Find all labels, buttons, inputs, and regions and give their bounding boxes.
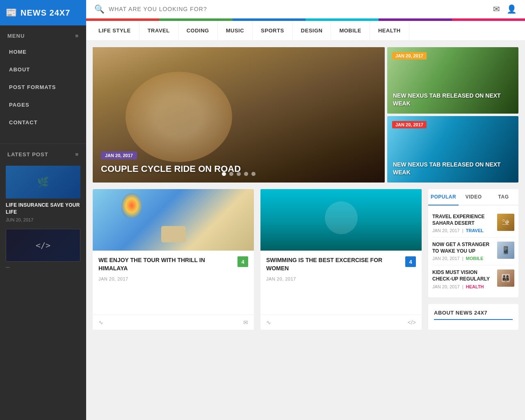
hero-side-title-1: NEW NEXUS TAB RELEASED ON NEXT WEAK — [393, 92, 513, 108]
popular-item-2-text: NOW GET A STRANGER TO WAKE YOU UP JAN 20… — [432, 242, 493, 261]
tab-popular[interactable]: POPULAR — [428, 189, 459, 205]
hero-dot-5[interactable] — [251, 172, 256, 176]
popular-item-2-thumb: 📱 — [497, 242, 514, 259]
popular-item-1-text: TRAVEL EXPERIENCE SAHARA DESERT JAN 20, … — [432, 214, 493, 233]
logo-text: NEWS 24X7 — [21, 8, 70, 18]
sidebar-item-contact[interactable]: CONTACT — [0, 114, 86, 131]
article-2-count: 4 — [405, 256, 416, 267]
hero-side-title-2: NEW NEXUS TAB RELEASED ON NEXT WEAK — [393, 161, 513, 177]
article-2-title-row: SWIMMING IS THE BEST EXCERCISE FOR WOMEN… — [266, 256, 416, 272]
popular-item-2-title: NOW GET A STRANGER TO WAKE YOU UP — [432, 242, 493, 254]
article-1-footer: ∿ ✉ — [93, 315, 254, 330]
latest-post-icon: ≡ — [75, 151, 79, 158]
hero-side-card-2: JAN 20, 2017 NEW NEXUS TAB RELEASED ON N… — [387, 116, 518, 183]
article-2-date: JAN 20, 2017 — [266, 276, 416, 281]
hero-date-badge: JAN 20, 2017 — [101, 151, 137, 160]
popular-item-3: KIDS MUST VISION CHECK-UP REGULARLY JAN … — [432, 265, 514, 293]
sidebar-nav: HOME ABOUT POST FORMATS PAGES CONTACT — [0, 43, 86, 139]
main-content: 🔍 ✉ 👤 LIFE STYLE TRAVEL CODING MUSIC SPO… — [86, 0, 525, 420]
popular-item-1-meta: JAN 20, 2017 | TRAVEL — [432, 228, 493, 233]
article-2-body: SWIMMING IS THE BEST EXCERCISE FOR WOMEN… — [260, 251, 422, 315]
sidebar: 📰 NEWS 24X7 MENU ≡ HOME ABOUT POST FORMA… — [0, 0, 86, 420]
hero-dot-4[interactable] — [244, 172, 248, 176]
hero-section: JAN 20, 2017 COUPLE CYCLE RIDE ON ROAD J… — [86, 41, 525, 189]
sidebar-item-pages[interactable]: PAGES — [0, 96, 86, 114]
hero-side-bg-1: JAN 20, 2017 NEW NEXUS TAB RELEASED ON N… — [387, 47, 518, 114]
menu-hamburger-icon: ≡ — [75, 33, 79, 39]
search-icon: 🔍 — [94, 4, 105, 14]
nav-mobile[interactable]: MOBILE — [331, 21, 370, 40]
article-1-count: 4 — [237, 256, 248, 267]
sidebar-item-home[interactable]: HOME — [0, 43, 86, 61]
hero-main-title: COUPLE CYCLE RIDE ON ROAD — [101, 164, 241, 174]
article-1-image — [93, 189, 254, 251]
tab-content-popular: TRAVEL EXPERIENCE SAHARA DESERT JAN 20, … — [428, 205, 518, 297]
post1-icon: 🌿 — [37, 176, 49, 188]
sidebar-menu-header: MENU ≡ — [0, 25, 86, 43]
code-icon[interactable]: </> — [408, 319, 416, 326]
post1-title: LIFE INSURANCE SAVE YOUR LIFE — [6, 202, 80, 216]
article-card-1: WE ENJOY THE TOUR WITH THRILL IN HIMALAY… — [93, 189, 254, 330]
nav-music[interactable]: MUSIC — [218, 21, 253, 40]
popular-item-1-date: JAN 20, 2017 — [432, 228, 460, 233]
post2-title: ... — [6, 263, 80, 269]
bookmark-icon[interactable]: ✉ — [243, 319, 248, 326]
popular-item-1-category: TRAVEL — [466, 228, 484, 233]
article-card-2: SWIMMING IS THE BEST EXCERCISE FOR WOMEN… — [260, 189, 422, 330]
sidebar-post-1: 🌿 LIFE INSURANCE SAVE YOUR LIFE JUN 20, … — [6, 166, 80, 222]
tab-tag[interactable]: TAG — [488, 189, 518, 205]
article-2-title: SWIMMING IS THE BEST EXCERCISE FOR WOMEN — [266, 256, 402, 272]
sidebar-post-2: </> ... — [6, 229, 80, 271]
popular-item-2-category: MOBILE — [466, 256, 484, 261]
nav-health[interactable]: HEALTH — [370, 21, 409, 40]
right-sidebar: POPULAR VIDEO TAG TRAVEL EXPERIENCE SAHA… — [428, 189, 518, 330]
hero-side-date-1: JAN 20, 2017 — [392, 52, 427, 59]
hero-side-bg-2: JAN 20, 2017 NEW NEXUS TAB RELEASED ON N… — [387, 116, 518, 183]
sidebar-latest-posts: 🌿 LIFE INSURANCE SAVE YOUR LIFE JUN 20, … — [0, 162, 86, 282]
popular-item-2-meta: JAN 20, 2017 | MOBILE — [432, 256, 493, 261]
user-icon[interactable]: 👤 — [507, 4, 517, 14]
share-icon-2[interactable]: ∿ — [266, 319, 271, 326]
hero-main-card: JAN 20, 2017 COUPLE CYCLE RIDE ON ROAD — [93, 47, 385, 183]
share-icon[interactable]: ∿ — [98, 319, 103, 326]
popular-item-3-meta: JAN 20, 2017 | HEALTH — [432, 284, 493, 289]
nav-lifestyle[interactable]: LIFE STYLE — [90, 21, 139, 40]
article-1-title-row: WE ENJOY THE TOUR WITH THRILL IN HIMALAY… — [98, 256, 248, 272]
nav-design[interactable]: DESIGN — [293, 21, 331, 40]
sidebar-item-about[interactable]: ABOUT — [0, 61, 86, 78]
tab-video[interactable]: VIDEO — [459, 189, 488, 205]
header-icons: ✉ 👤 — [493, 4, 517, 14]
popular-item-3-date: JAN 20, 2017 — [432, 284, 460, 289]
article-1-body: WE ENJOY THE TOUR WITH THRILL IN HIMALAY… — [93, 251, 254, 315]
search-input[interactable] — [109, 6, 489, 12]
about-card: ABOUT NEWS 24X7 — [428, 304, 518, 330]
mail-icon[interactable]: ✉ — [493, 4, 500, 14]
popular-item-3-title: KIDS MUST VISION CHECK-UP REGULARLY — [432, 269, 493, 282]
article-1-title: WE ENJOY THE TOUR WITH THRILL IN HIMALAY… — [98, 256, 234, 272]
hero-side-date-2: JAN 20, 2017 — [392, 121, 427, 128]
hero-main-bg: JAN 20, 2017 COUPLE CYCLE RIDE ON ROAD — [93, 47, 385, 183]
content-area: WE ENJOY THE TOUR WITH THRILL IN HIMALAY… — [86, 189, 525, 336]
hero-side: JAN 20, 2017 NEW NEXUS TAB RELEASED ON N… — [387, 47, 518, 183]
sidebar-item-post-formats[interactable]: POST FORMATS — [0, 78, 86, 96]
hero-main-content: JAN 20, 2017 COUPLE CYCLE RIDE ON ROAD — [101, 151, 241, 174]
article-2-image — [260, 189, 422, 251]
nav-coding[interactable]: CODING — [178, 21, 218, 40]
tabs-header: POPULAR VIDEO TAG — [428, 189, 518, 205]
nav-sports[interactable]: SPORTS — [253, 21, 292, 40]
nav-travel[interactable]: TRAVEL — [139, 21, 178, 40]
popular-item-3-text: KIDS MUST VISION CHECK-UP REGULARLY JAN … — [432, 269, 493, 289]
logo: 📰 NEWS 24X7 — [0, 0, 86, 25]
popular-item-3-thumb: 👨‍👩‍👦 — [497, 269, 514, 287]
popular-item-1-title: TRAVEL EXPERIENCE SAHARA DESERT — [432, 214, 493, 226]
popular-item-3-category: HEALTH — [466, 284, 484, 289]
hero-side-card-1: JAN 20, 2017 NEW NEXUS TAB RELEASED ON N… — [387, 47, 518, 114]
logo-icon: 📰 — [6, 7, 17, 18]
tabs-card: POPULAR VIDEO TAG TRAVEL EXPERIENCE SAHA… — [428, 189, 518, 297]
header: 🔍 ✉ 👤 — [86, 0, 525, 18]
latest-post-label: LATEST POST — [7, 151, 48, 158]
popular-item-2: NOW GET A STRANGER TO WAKE YOU UP JAN 20… — [432, 237, 514, 265]
popular-item-1: TRAVEL EXPERIENCE SAHARA DESERT JAN 20, … — [432, 210, 514, 237]
about-title: ABOUT NEWS 24X7 — [434, 310, 513, 320]
post1-date: JUN 20, 2017 — [6, 217, 80, 222]
